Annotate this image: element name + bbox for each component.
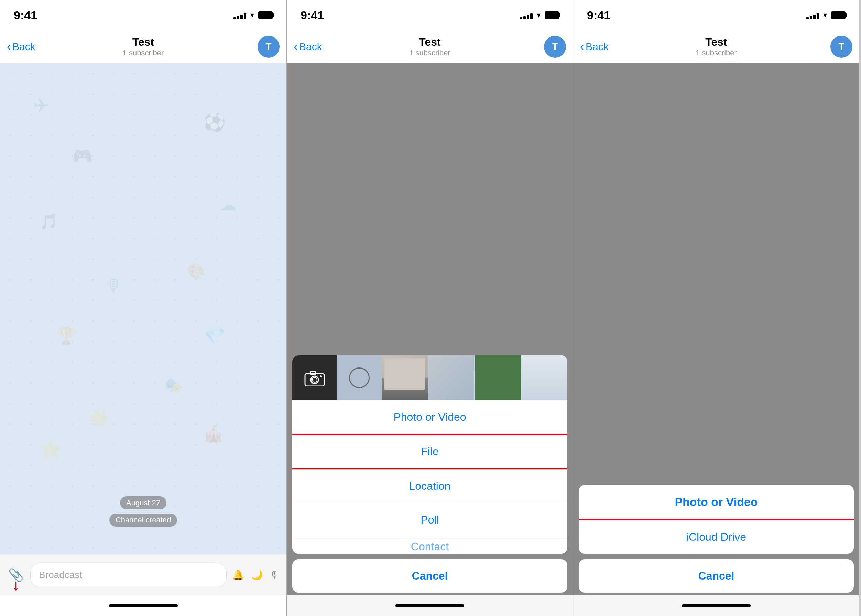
nav-title-2: Test (409, 36, 450, 49)
input-placeholder-1: Broadcast (39, 570, 82, 581)
back-button-3[interactable]: ‹ Back (580, 41, 609, 53)
svg-text:⚽: ⚽ (203, 112, 226, 133)
gallery-thumb-4 (522, 355, 568, 400)
back-label-2[interactable]: Back (299, 41, 322, 53)
back-button-1[interactable]: ‹ Back (7, 41, 35, 53)
input-bar-1: 📎 ↓ Broadcast 🔔 🌙 🎙 (0, 554, 286, 596)
action-sheet-container-3: Photo or Video iCloud Drive Cancel (573, 485, 859, 596)
svg-text:💎: 💎 (203, 325, 226, 346)
status-time-1: 9:41 (14, 9, 37, 22)
chat-bg-icons-1: ✈ 🎮 ⚽ 🎵 ☁ 🎙 🎨 🏆 💎 🌟 🎭 ⭐ 🎪 (0, 63, 286, 554)
svg-text:🎭: 🎭 (164, 377, 183, 394)
svg-rect-13 (305, 374, 324, 386)
gallery-strip-2[interactable] (382, 355, 567, 400)
svg-text:🎙: 🎙 (105, 276, 123, 296)
nav-bar-3: ‹ Back Test 1 subscriber T (573, 30, 859, 63)
input-icons-1: 🔔 🌙 🎙 (232, 569, 280, 581)
mic-icon-1[interactable]: 🎙 (270, 569, 280, 581)
status-bar-3: 9:41 ▾ (573, 0, 859, 30)
icloud-item-3[interactable]: iCloud Drive (579, 520, 854, 554)
svg-point-17 (320, 376, 322, 377)
back-chevron-1: ‹ (7, 41, 11, 53)
attachment-button-1[interactable]: 📎 ↓ (7, 566, 25, 584)
status-icons-2: ▾ (520, 11, 559, 20)
svg-text:✈: ✈ (33, 94, 49, 116)
svg-text:☁: ☁ (220, 196, 236, 214)
wifi-icon-3: ▾ (823, 11, 827, 20)
svg-text:🎨: 🎨 (187, 262, 206, 280)
svg-text:⭐: ⭐ (39, 439, 62, 460)
cancel-button-2[interactable]: Cancel (292, 559, 567, 592)
chat-bg-1: ✈ 🎮 ⚽ 🎵 ☁ 🎙 🎨 🏆 💎 🌟 🎭 ⭐ 🎪 August 27 Chan… (0, 63, 286, 554)
nav-avatar-2[interactable]: T (544, 36, 566, 58)
nav-avatar-3[interactable]: T (830, 36, 852, 58)
gray-overlay-2: Photo or Video File Location Poll Contac… (287, 63, 573, 596)
text-input-1[interactable]: Broadcast (30, 563, 227, 588)
svg-point-15 (312, 377, 317, 382)
back-chevron-3: ‹ (580, 41, 584, 53)
bottom-bar-3 (573, 596, 859, 616)
status-icons-3: ▾ (806, 11, 845, 20)
bell-icon-1[interactable]: 🔔 (232, 569, 244, 581)
nav-subtitle-2: 1 subscriber (409, 49, 450, 57)
camera-thumb-2[interactable] (292, 355, 337, 400)
nav-avatar-1[interactable]: T (258, 36, 280, 58)
nav-title-group-3: Test 1 subscriber (696, 36, 737, 57)
status-bar-2: 9:41 ▾ (287, 0, 573, 30)
signal-icon-1 (233, 11, 246, 19)
poll-item-2[interactable]: Poll (292, 503, 567, 537)
status-time-2: 9:41 (301, 9, 324, 22)
gallery-thumb-3 (475, 355, 521, 400)
panel-2: 9:41 ▾ ‹ Back Test 1 subscriber T (286, 0, 573, 616)
back-chevron-2: ‹ (294, 41, 298, 53)
moon-icon-1[interactable]: 🌙 (251, 569, 263, 581)
battery-icon-3 (831, 11, 845, 19)
back-label-1[interactable]: Back (13, 41, 35, 53)
system-message-1: Channel created (109, 514, 177, 526)
file-item-2[interactable]: File (292, 434, 567, 469)
wifi-icon-2: ▾ (537, 11, 540, 20)
chat-messages-1: August 27 Channel created (0, 497, 286, 526)
gray-overlay-3: Photo or Video iCloud Drive Cancel (573, 63, 859, 596)
camera-icon-2 (304, 369, 325, 386)
svg-text:🎮: 🎮 (72, 146, 93, 166)
date-badge-1: August 27 (120, 497, 167, 509)
cancel-button-3[interactable]: Cancel (579, 559, 854, 592)
nav-bar-1: ‹ Back Test 1 subscriber T (0, 30, 286, 63)
photo-video-item-2[interactable]: Photo or Video (292, 400, 567, 434)
nav-title-group-2: Test 1 subscriber (409, 36, 450, 57)
signal-icon-2 (520, 11, 533, 19)
circle-outline-2 (349, 368, 370, 388)
gallery-thumb-1 (382, 355, 428, 400)
location-item-2[interactable]: Location (292, 469, 567, 503)
home-bar-1 (109, 604, 178, 607)
bottom-bar-2 (287, 596, 573, 616)
home-indicator-1 (0, 596, 286, 616)
svg-text:🌟: 🌟 (89, 408, 109, 427)
nav-subtitle-1: 1 subscriber (123, 49, 164, 57)
nav-title-1: Test (123, 36, 164, 49)
svg-text:🎪: 🎪 (203, 424, 224, 444)
nav-subtitle-3: 1 subscriber (696, 49, 737, 57)
battery-icon-1 (258, 11, 273, 19)
panel-1: 9:41 ▾ ‹ Back Test 1 subscriber T ✈ (0, 0, 286, 616)
cancel-sheet-2: Cancel (292, 559, 567, 592)
back-button-2[interactable]: ‹ Back (294, 41, 322, 53)
action-sheet-main-3: Photo or Video iCloud Drive (579, 485, 854, 554)
nav-bar-2: ‹ Back Test 1 subscriber T (287, 30, 573, 63)
status-time-3: 9:41 (587, 9, 610, 22)
status-bar-1: 9:41 ▾ (0, 0, 286, 30)
svg-text:🏆: 🏆 (56, 326, 77, 346)
svg-text:🎵: 🎵 (39, 213, 58, 231)
photo-strip-2 (292, 355, 567, 400)
gallery-thumb-2 (428, 355, 474, 400)
red-arrow-1: ↓ (12, 577, 20, 594)
battery-icon-2 (545, 11, 559, 19)
status-icons-1: ▾ (233, 11, 273, 20)
video-thumb-2[interactable] (337, 355, 382, 400)
photo-video-item-3[interactable]: Photo or Video (579, 485, 854, 520)
home-bar-3 (682, 604, 751, 607)
nav-title-3: Test (696, 36, 737, 49)
contact-item-2[interactable]: Contact (292, 537, 567, 554)
back-label-3[interactable]: Back (586, 41, 609, 53)
